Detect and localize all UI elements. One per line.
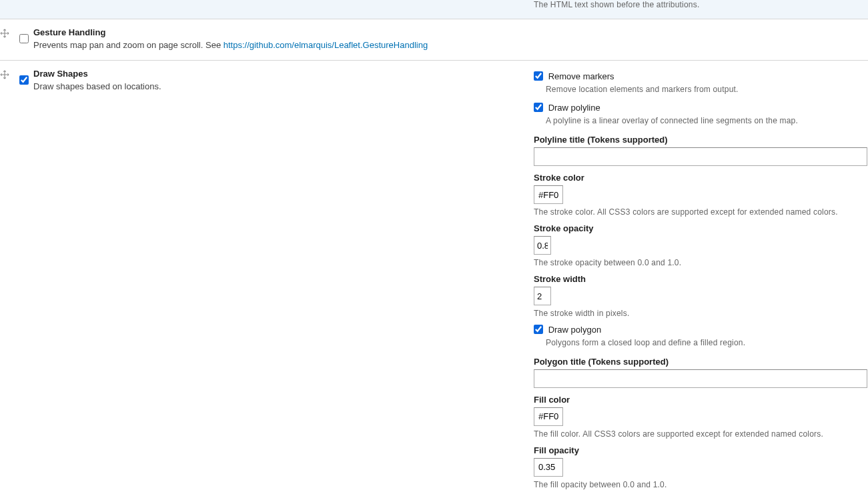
attributions-hint: The HTML text shown before the attributi… — [534, 0, 868, 9]
stroke-color-label: Stroke color — [534, 173, 868, 183]
gesture-handling-title: Gesture Handling — [33, 27, 514, 37]
draw-shapes-desc: Draw shapes based on locations. — [33, 80, 514, 93]
draw-polygon-hint: Polygons form a closed loop and define a… — [546, 337, 868, 349]
top-hint-row: The HTML text shown before the attributi… — [0, 0, 868, 19]
row-gesture-handling: Gesture Handling Prevents map pan and zo… — [0, 19, 868, 61]
gesture-desc-text: Prevents map pan and zoom on page scroll… — [33, 40, 224, 50]
draw-polyline-hint: A polyline is a linear overlay of connec… — [546, 115, 868, 127]
polyline-title-label: Polyline title (Tokens supported) — [534, 135, 868, 145]
fill-opacity-hint: The fill opacity between 0.0 and 1.0. — [534, 480, 868, 489]
draw-shapes-label-col: Draw Shapes Draw shapes based on locatio… — [33, 69, 527, 93]
stroke-opacity-hint: The stroke opacity between 0.0 and 1.0. — [534, 258, 868, 267]
stroke-color-input[interactable] — [534, 185, 563, 204]
remove-markers-hint: Remove location elements and markers fro… — [546, 84, 868, 95]
polyline-title-input[interactable] — [534, 147, 867, 166]
stroke-width-hint: The stroke width in pixels. — [534, 309, 868, 318]
gesture-handling-label-col: Gesture Handling Prevents map pan and zo… — [33, 27, 527, 52]
draw-polyline-label: Draw polyline — [548, 103, 600, 113]
fill-color-hint: The fill color. All CSS3 colors are supp… — [534, 429, 868, 439]
row-draw-shapes: Draw Shapes Draw shapes based on locatio… — [0, 61, 868, 491]
fill-color-label: Fill color — [534, 395, 868, 405]
move-icon — [0, 29, 9, 38]
stroke-opacity-label: Stroke opacity — [534, 223, 868, 233]
draw-shapes-settings: Remove markers Remove location elements … — [527, 69, 868, 491]
stroke-color-hint: The stroke color. All CSS3 colors are su… — [534, 207, 868, 217]
draw-shapes-title: Draw Shapes — [33, 69, 514, 79]
polygon-title-input[interactable] — [534, 369, 867, 388]
move-icon — [0, 70, 9, 79]
gesture-handling-desc: Prevents map pan and zoom on page scroll… — [33, 39, 514, 52]
drag-handle-gesture[interactable] — [0, 27, 13, 40]
fill-color-input[interactable] — [534, 407, 563, 426]
draw-polyline-checkbox[interactable] — [534, 103, 543, 112]
stroke-width-input[interactable] — [534, 287, 551, 305]
remove-markers-label: Remove markers — [548, 71, 614, 81]
draw-polygon-label: Draw polygon — [548, 325, 602, 335]
gesture-settings-col — [527, 27, 868, 30]
fill-opacity-input[interactable] — [534, 458, 563, 477]
draw-polygon-checkbox[interactable] — [534, 325, 543, 334]
fill-opacity-label: Fill opacity — [534, 445, 868, 455]
stroke-width-label: Stroke width — [534, 274, 868, 284]
polygon-title-label: Polygon title (Tokens supported) — [534, 357, 868, 367]
stroke-opacity-input[interactable] — [534, 236, 551, 255]
remove-markers-checkbox[interactable] — [534, 71, 543, 81]
gesture-handling-checkbox[interactable] — [19, 34, 29, 43]
drag-handle-draw[interactable] — [0, 69, 13, 81]
draw-shapes-checkbox[interactable] — [19, 75, 29, 85]
gesture-handling-link[interactable]: https://github.com/elmarquis/Leaflet.Ges… — [224, 40, 428, 50]
